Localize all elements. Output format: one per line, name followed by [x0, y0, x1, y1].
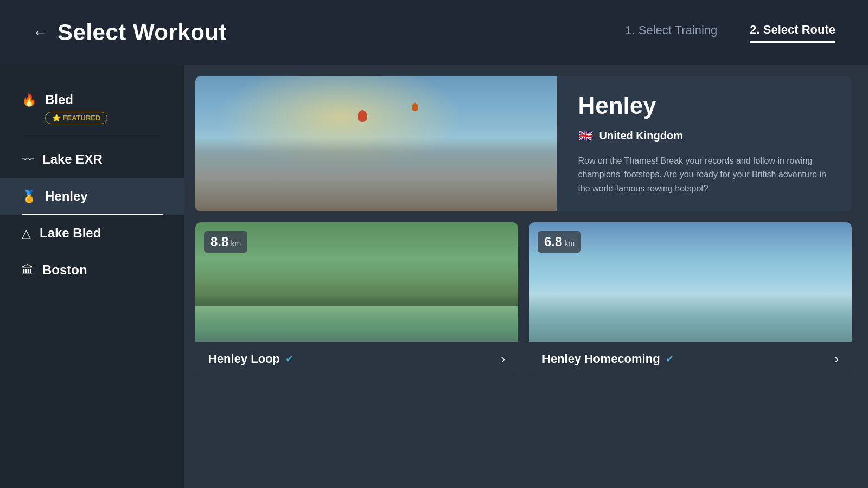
route-name-wrap-1: Henley Loop ✔	[208, 352, 293, 366]
sidebar-item-bled[interactable]: 🔥 Bled ⭐ FEATURED	[0, 81, 184, 135]
checkmark-icon-2: ✔	[666, 353, 674, 365]
bled-name: Bled	[45, 92, 107, 107]
boston-content: Boston	[42, 262, 87, 278]
bled-icon: 🔥	[22, 93, 36, 107]
distance-badge-1: 8.8 km	[204, 231, 247, 253]
hero-country: 🇬🇧 United Kingdom	[578, 129, 831, 143]
routes-grid: 8.8 km Henley Loop ✔ › 6.8	[195, 222, 852, 376]
boston-icon: 🏛	[22, 264, 34, 278]
checkmark-icon-1: ✔	[285, 353, 293, 365]
header-left: ← Select Workout	[33, 20, 227, 46]
lake-exr-name: Lake EXR	[42, 152, 103, 167]
balloon-2	[412, 103, 418, 111]
country-name: United Kingdom	[599, 130, 683, 142]
route-image-henley-loop: 8.8 km	[195, 222, 518, 342]
header-steps: 1. Select Training 2. Select Route	[625, 23, 835, 43]
water-reflect-2	[529, 288, 852, 342]
back-button[interactable]: ←	[33, 24, 48, 41]
sidebar-item-lake-bled[interactable]: △ Lake Bled	[0, 215, 184, 252]
hero-info: Henley 🇬🇧 United Kingdom Row on the Tham…	[557, 76, 852, 211]
distance-number-1: 8.8	[210, 234, 228, 249]
buildings-silhouette	[195, 137, 557, 212]
sidebar: 🔥 Bled ⭐ FEATURED 〰 Lake EXR 🏅 Henley △	[0, 65, 184, 488]
header: ← Select Workout 1. Select Training 2. S…	[0, 0, 868, 65]
distance-unit-1: km	[231, 239, 241, 248]
page-title: Select Workout	[58, 20, 227, 46]
henley-content: Henley	[45, 189, 88, 204]
distance-badge-2: 6.8 km	[538, 231, 581, 253]
lake-bled-name: Lake Bled	[40, 226, 101, 241]
route-name-1: Henley Loop	[208, 352, 280, 366]
chevron-right-icon-2: ›	[834, 351, 839, 367]
route-footer-2: Henley Homecoming ✔ ›	[529, 342, 852, 376]
henley-name: Henley	[45, 189, 88, 204]
divider-1	[22, 138, 163, 138]
boston-name: Boston	[42, 262, 87, 278]
hero-title: Henley	[578, 92, 831, 119]
sidebar-item-boston[interactable]: 🏛 Boston	[0, 252, 184, 288]
content-area: Henley 🇬🇧 United Kingdom Row on the Tham…	[184, 65, 868, 488]
route-card-henley-homecoming[interactable]: 6.8 km Henley Homecoming ✔ ›	[529, 222, 852, 376]
water-reflect-1	[195, 288, 518, 342]
lake-exr-content: Lake EXR	[42, 152, 103, 167]
bled-content: Bled ⭐ FEATURED	[45, 92, 107, 124]
step-1[interactable]: 1. Select Training	[625, 23, 717, 42]
sidebar-item-lake-exr[interactable]: 〰 Lake EXR	[0, 141, 184, 178]
route-name-wrap-2: Henley Homecoming ✔	[542, 352, 674, 366]
featured-badge: ⭐ FEATURED	[45, 112, 107, 124]
balloon-1	[358, 110, 367, 122]
chevron-right-icon-1: ›	[501, 351, 505, 367]
hero-description: Row on the Thames! Break your records an…	[578, 154, 831, 196]
sidebar-item-henley[interactable]: 🏅 Henley	[0, 178, 184, 215]
lake-exr-icon: 〰	[22, 153, 34, 167]
distance-number-2: 6.8	[544, 234, 562, 249]
distance-unit-2: km	[564, 239, 575, 248]
lake-bled-icon: △	[22, 227, 31, 241]
route-footer-1: Henley Loop ✔ ›	[195, 342, 518, 376]
step-2[interactable]: 2. Select Route	[750, 23, 835, 43]
route-name-2: Henley Homecoming	[542, 352, 660, 366]
hero-image-inner	[195, 76, 557, 211]
hero-image	[195, 76, 557, 211]
henley-icon: 🏅	[22, 190, 36, 204]
route-image-henley-homecoming: 6.8 km	[529, 222, 852, 342]
main-layout: 🔥 Bled ⭐ FEATURED 〰 Lake EXR 🏅 Henley △	[0, 65, 868, 488]
route-card-henley-loop[interactable]: 8.8 km Henley Loop ✔ ›	[195, 222, 518, 376]
country-flag: 🇬🇧	[578, 129, 593, 143]
hero-card: Henley 🇬🇧 United Kingdom Row on the Tham…	[195, 76, 852, 211]
lake-bled-content: Lake Bled	[40, 226, 101, 241]
